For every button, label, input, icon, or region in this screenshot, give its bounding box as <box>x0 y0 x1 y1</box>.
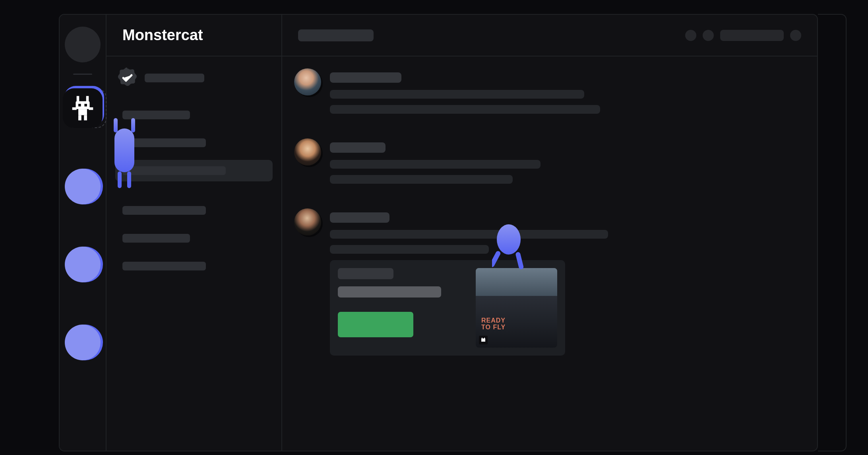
svg-rect-4 <box>84 104 87 107</box>
svg-rect-16 <box>492 250 501 268</box>
channel-item[interactable] <box>115 228 273 249</box>
svg-rect-18 <box>481 338 485 342</box>
toolbar-icon[interactable] <box>685 30 696 41</box>
channel-list <box>107 56 282 451</box>
search-input[interactable] <box>720 30 784 41</box>
channel-label-placeholder <box>122 234 190 243</box>
server-icon[interactable] <box>65 169 101 204</box>
message-content <box>330 138 801 190</box>
svg-rect-19 <box>482 338 482 339</box>
text-placeholder <box>330 105 600 114</box>
svg-rect-1 <box>86 96 89 102</box>
text-placeholder <box>330 230 608 239</box>
avatar[interactable] <box>294 138 321 165</box>
svg-rect-14 <box>127 171 131 188</box>
toolbar-icon[interactable] <box>703 30 714 41</box>
svg-rect-12 <box>114 128 134 172</box>
message: READY TO FLY <box>294 208 801 356</box>
svg-rect-9 <box>84 115 87 121</box>
username-placeholder <box>330 212 389 223</box>
svg-rect-2 <box>76 101 90 109</box>
server-header[interactable]: Monstercat <box>107 15 282 56</box>
svg-rect-10 <box>114 118 118 132</box>
text-placeholder <box>330 90 584 99</box>
message-content: READY TO FLY <box>330 208 801 356</box>
right-frame-edge <box>818 14 847 451</box>
main-content: Monstercat <box>107 15 817 451</box>
embed-action-button[interactable] <box>338 312 413 337</box>
monstercat-logo-icon <box>69 94 97 122</box>
channel-name-placeholder <box>298 29 374 41</box>
verified-label-placeholder <box>145 74 204 82</box>
server-icon-monstercat[interactable] <box>63 88 103 128</box>
server-icon-selected[interactable] <box>61 86 104 130</box>
verified-row <box>115 68 273 88</box>
channel-label-placeholder <box>122 206 206 215</box>
album-title: READY TO FLY <box>481 317 506 331</box>
username-placeholder <box>330 142 386 153</box>
svg-rect-6 <box>89 107 93 110</box>
channel-header <box>282 29 685 41</box>
monstercat-mark-icon <box>479 336 488 344</box>
discord-window: Monstercat <box>59 14 818 451</box>
message-content <box>330 68 801 120</box>
server-rail <box>60 15 107 451</box>
svg-rect-17 <box>515 252 524 270</box>
server-icon[interactable] <box>65 247 101 282</box>
embed-subtitle-placeholder <box>338 286 441 298</box>
svg-rect-20 <box>484 338 485 339</box>
toolbar-icon[interactable] <box>790 30 801 41</box>
avatar[interactable] <box>294 68 321 95</box>
channel-item[interactable] <box>115 132 273 154</box>
verified-badge-icon <box>117 68 138 88</box>
rich-embed: READY TO FLY <box>330 260 565 356</box>
text-placeholder <box>330 175 513 184</box>
svg-rect-8 <box>78 115 81 121</box>
channel-item[interactable] <box>115 200 273 221</box>
message <box>294 68 801 120</box>
header-toolbar <box>685 30 817 41</box>
embed-title-placeholder <box>338 268 393 279</box>
channel-item[interactable] <box>115 104 273 126</box>
svg-rect-0 <box>77 96 79 102</box>
svg-point-15 <box>497 224 521 255</box>
home-button[interactable] <box>65 27 101 62</box>
embed-body <box>338 268 468 348</box>
body: READY TO FLY <box>107 56 817 451</box>
message <box>294 138 801 190</box>
svg-rect-13 <box>118 171 122 188</box>
channel-label-placeholder <box>122 262 206 270</box>
channel-item[interactable] <box>115 255 273 277</box>
chat-messages: READY TO FLY <box>282 56 817 451</box>
svg-rect-7 <box>78 109 87 115</box>
server-icon[interactable] <box>65 325 101 360</box>
svg-rect-11 <box>131 118 135 132</box>
svg-rect-5 <box>72 107 77 110</box>
embed-thumbnail[interactable]: READY TO FLY <box>476 268 557 348</box>
username-placeholder <box>330 72 401 83</box>
server-name: Monstercat <box>122 27 203 44</box>
avatar[interactable] <box>294 208 321 235</box>
svg-rect-3 <box>78 104 81 107</box>
channel-item-selected[interactable] <box>115 160 273 181</box>
wumpus-sitting-icon <box>492 224 528 271</box>
rail-divider <box>73 74 92 75</box>
text-placeholder <box>330 160 541 169</box>
header-bar: Monstercat <box>107 15 817 56</box>
text-placeholder <box>330 245 489 254</box>
wumpus-character-icon <box>110 118 138 190</box>
